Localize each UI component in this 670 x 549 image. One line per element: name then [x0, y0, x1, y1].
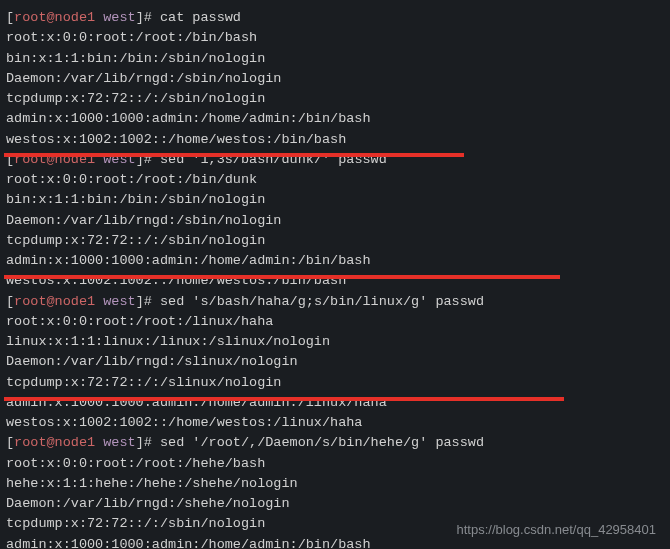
prompt-open-bracket: [	[6, 10, 14, 25]
output-line: Daemon:/var/lib/rngd:/shehe/nologin	[6, 494, 664, 514]
prompt-close-bracket: ]#	[136, 294, 160, 309]
prompt-cwd: west	[103, 435, 135, 450]
output-line: Daemon:/var/lib/rngd:/sbin/nologin	[6, 211, 664, 231]
output-line: tcpdump:x:72:72::/:/slinux/nologin	[6, 373, 664, 393]
prompt-user-host: root@node1	[14, 10, 95, 25]
output-line: bin:x:1:1:bin:/bin:/sbin/nologin	[6, 49, 664, 69]
prompt-line[interactable]: [root@node1 west]# sed '/root/,/Daemon/s…	[6, 433, 664, 453]
command-text: sed 's/bash/haha/g;s/bin/linux/g' passwd	[160, 294, 484, 309]
output-line: root:x:0:0:root:/root:/hehe/bash	[6, 454, 664, 474]
prompt-cwd: west	[103, 10, 135, 25]
command-text: cat passwd	[160, 10, 241, 25]
output-line: westos:x:1002:1002::/home/westos:/linux/…	[6, 413, 664, 433]
prompt-open-bracket: [	[6, 294, 14, 309]
prompt-user-host: root@node1	[14, 294, 95, 309]
highlight-underline-3	[4, 397, 564, 401]
output-line: Daemon:/var/lib/rngd:/sbin/nologin	[6, 69, 664, 89]
output-line: admin:x:1000:1000:admin:/home/admin:/bin…	[6, 109, 664, 129]
highlight-underline-2	[4, 275, 560, 279]
output-line: linux:x:1:1:linux:/linux:/slinux/nologin	[6, 332, 664, 352]
output-line: tcpdump:x:72:72::/:/sbin/nologin	[6, 231, 664, 251]
command-text: sed '/root/,/Daemon/s/bin/hehe/g' passwd	[160, 435, 484, 450]
prompt-cwd: west	[103, 294, 135, 309]
prompt-open-bracket: [	[6, 435, 14, 450]
output-line: hehe:x:1:1:hehe:/hehe:/shehe/nologin	[6, 474, 664, 494]
output-line: admin:x:1000:1000:admin:/home/admin:/bin…	[6, 251, 664, 271]
output-line: westos:x:1002:1002::/home/westos:/bin/ba…	[6, 130, 664, 150]
prompt-line[interactable]: [root@node1 west]# sed 's/bash/haha/g;s/…	[6, 292, 664, 312]
prompt-close-bracket: ]#	[136, 10, 160, 25]
prompt-line[interactable]: [root@node1 west]# cat passwd	[6, 8, 664, 28]
output-line: root:x:0:0:root:/root:/linux/haha	[6, 312, 664, 332]
output-line: Daemon:/var/lib/rngd:/slinux/nologin	[6, 352, 664, 372]
output-line: root:x:0:0:root:/root:/bin/bash	[6, 28, 664, 48]
output-line: bin:x:1:1:bin:/bin:/sbin/nologin	[6, 190, 664, 210]
output-line: root:x:0:0:root:/root:/bin/dunk	[6, 170, 664, 190]
prompt-user-host: root@node1	[14, 435, 95, 450]
prompt-close-bracket: ]#	[136, 435, 160, 450]
output-line: admin:x:1000:1000:admin:/home/admin:/lin…	[6, 393, 664, 413]
highlight-underline-1	[4, 153, 464, 157]
output-line: tcpdump:x:72:72::/:/sbin/nologin	[6, 89, 664, 109]
watermark-text: https://blog.csdn.net/qq_42958401	[457, 520, 657, 540]
